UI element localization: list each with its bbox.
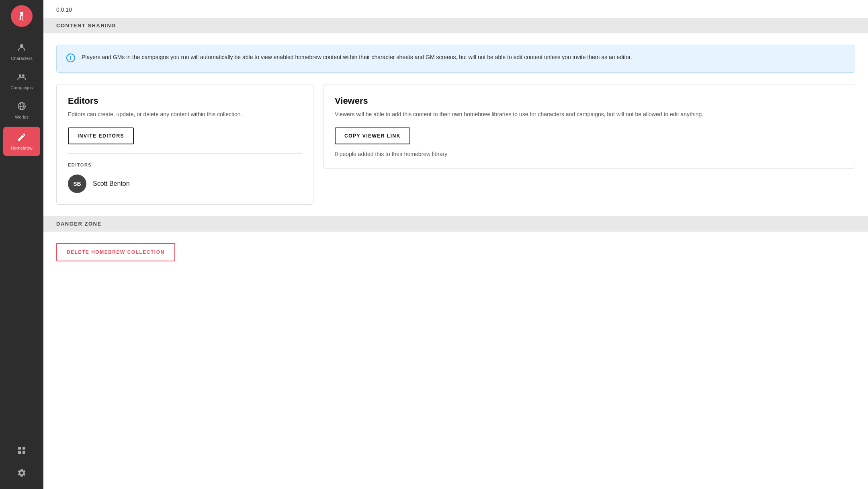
sidebar-bottom [0,441,43,489]
version-bar: 0.0.10 [43,0,868,18]
content-sharing-header: CONTENT SHARING [43,18,868,33]
editors-card: Editors Editors can create, update, or d… [56,84,313,205]
info-icon [66,53,75,64]
characters-label: Characters [11,56,33,61]
characters-icon [17,43,27,54]
invite-editors-button[interactable]: INVITE EDITORS [68,127,134,144]
svg-point-18 [70,56,71,57]
viewers-card: Viewers Viewers will be able to add this… [323,84,855,169]
editors-card-desc: Editors can create, update, or delete an… [68,110,302,119]
sidebar: Characters Campaigns [0,0,43,489]
content-sharing-area: Players and GMs in the campaigns you run… [43,33,868,216]
homebrew-icon [17,132,27,144]
app-logo[interactable] [11,5,33,27]
editors-section-label: EDITORS [68,162,302,167]
svg-rect-12 [18,447,21,450]
svg-point-6 [20,44,23,47]
svg-point-0 [20,12,23,15]
danger-zone-title: DANGER ZONE [56,221,102,227]
settings-icon [17,468,27,478]
grid-button[interactable] [0,441,43,460]
main-content: 0.0.10 CONTENT SHARING Players and GMs i… [43,0,868,489]
viewers-card-desc: Viewers will be able to add this content… [335,110,843,119]
editor-entry: SB Scott Benton [68,175,302,193]
sidebar-item-characters[interactable]: Characters [0,37,43,66]
sidebar-nav: Characters Campaigns [0,32,43,441]
worlds-label: Worlds [15,115,29,119]
campaigns-icon [17,72,27,83]
copy-viewer-link-button[interactable]: COPY VIEWER LINK [335,127,410,144]
svg-rect-14 [18,451,21,454]
sidebar-logo [0,0,43,32]
danger-zone-header: DANGER ZONE [43,216,868,232]
cards-row: Editors Editors can create, update, or d… [56,84,855,205]
homebrew-label: Homebrew [11,146,32,150]
svg-point-8 [22,74,25,77]
logo-icon [16,10,27,22]
svg-rect-13 [23,447,25,450]
svg-rect-3 [23,15,23,20]
content-sharing-title: CONTENT SHARING [56,23,116,29]
grid-icon [17,446,27,455]
version-number: 0.0.10 [56,6,72,13]
info-box: Players and GMs in the campaigns you run… [56,45,855,73]
editors-divider [68,153,302,154]
viewers-card-title: Viewers [335,96,843,106]
danger-zone-content: DELETE HOMEBREW COLLECTION [43,232,868,273]
worlds-icon [17,101,27,113]
delete-homebrew-button[interactable]: DELETE HOMEBREW COLLECTION [56,243,175,261]
editors-card-title: Editors [68,96,302,106]
editor-name: Scott Benton [93,180,130,187]
svg-rect-15 [23,451,25,454]
editor-avatar: SB [68,175,86,193]
sidebar-item-homebrew[interactable]: Homebrew [3,127,40,156]
viewers-count: 0 people added this to their homebrew li… [335,151,843,157]
campaigns-label: Campaigns [10,85,33,90]
settings-button[interactable] [0,463,43,483]
info-box-text: Players and GMs in the campaigns you run… [82,53,632,62]
sidebar-item-worlds[interactable]: Worlds [0,96,43,125]
svg-point-7 [19,74,21,77]
sidebar-item-campaigns[interactable]: Campaigns [0,66,43,96]
editor-initials: SB [73,181,81,187]
